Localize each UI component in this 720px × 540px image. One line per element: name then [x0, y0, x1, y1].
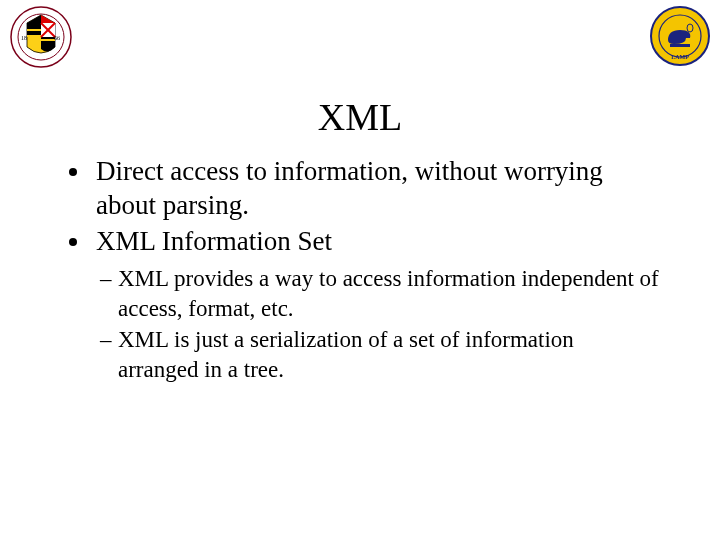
lamp-seal-icon: LAMP [650, 6, 710, 66]
svg-text:56: 56 [54, 35, 60, 41]
bullet-item: Direct access to information, without wo… [92, 155, 660, 223]
svg-text:18: 18 [21, 35, 27, 41]
svg-point-12 [687, 24, 693, 32]
umd-seal-icon: 18 56 [10, 6, 72, 68]
sub-bullet-item: XML provides a way to access information… [100, 264, 660, 323]
sub-bullet-item: XML is just a serialization of a set of … [100, 325, 660, 384]
slide-body: Direct access to information, without wo… [60, 155, 660, 386]
svg-rect-3 [27, 29, 41, 31]
svg-text:LAMP: LAMP [671, 54, 689, 60]
svg-rect-2 [27, 35, 41, 37]
slide-title: XML [0, 95, 720, 139]
bullet-item: XML Information Set [92, 225, 660, 259]
svg-rect-4 [41, 39, 55, 41]
svg-rect-13 [670, 44, 690, 47]
